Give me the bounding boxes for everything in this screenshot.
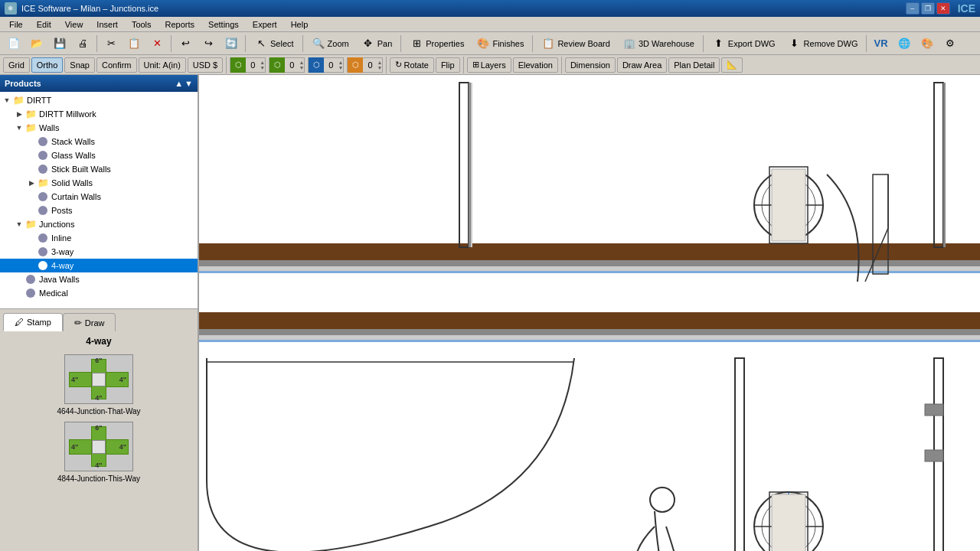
restore-button[interactable]: ❐ [921,2,935,15]
tree-node-junctions[interactable]: ▼ 📁 Junctions [0,217,198,231]
tree-node-curtain-walls[interactable]: · Curtain Walls [0,190,198,204]
menu-help[interactable]: Help [285,18,315,31]
sep3 [245,35,246,52]
finishes-button[interactable]: 🎨 Finishes [471,34,529,53]
junction-tile-2[interactable]: 6" 4" 4" 4" 4844-Junction-This-Way [57,422,140,483]
tree-node-stack-walls[interactable]: · Stack Walls [0,135,198,148]
expand-dirtt[interactable]: ▼ [2,95,12,106]
measure-button[interactable]: 📐 [721,57,743,73]
dimension-button[interactable]: Dimension [565,57,616,73]
settings-button[interactable]: ⚙ [939,34,961,53]
counter-blue-val: 0 [324,60,338,70]
tab-stamp[interactable]: 🖊 Stamp [3,313,63,331]
menubar: File Edit View Insert Tools Reports Sett… [0,17,980,32]
tree-node-3way[interactable]: · 3-way [0,245,198,259]
tree-area[interactable]: ▼ 📁 DIRTT ▶ 📁 DIRTT Millwork ▼ 📁 Walls [0,92,198,308]
pan-button[interactable]: ✥ Pan [356,34,398,53]
review-board-button[interactable]: 📋 Review Board [536,34,615,53]
menu-view[interactable]: View [59,18,90,31]
counter-blue-arrows[interactable]: ▲▼ [338,60,343,70]
layers-button[interactable]: ⊞ Layers [467,57,511,73]
rotate-button[interactable]: ↻ Rotate [390,57,433,73]
review-board-icon: 📋 [541,37,555,51]
tree-node-java-walls[interactable]: · Java Walls [0,272,198,286]
tree-node-medical[interactable]: · Medical [0,286,198,300]
tree-node-4way[interactable]: · 4-way [0,259,198,272]
menu-insert[interactable]: Insert [90,18,124,31]
cut-button[interactable]: ✂ [100,34,122,53]
sep8 [866,35,867,52]
tree-scroll-up[interactable]: ▲ [175,79,183,88]
counter-green2-val: 0 [285,60,299,70]
elevation-button[interactable]: Elevation [513,57,558,73]
expand-walls[interactable]: ▼ [14,122,24,133]
expand-solid-walls[interactable]: ▶ [26,178,37,188]
unit-button[interactable]: Unit: A(in) [139,57,186,73]
tree-node-dirtt[interactable]: ▼ 📁 DIRTT [0,93,198,107]
plan-detail-button[interactable]: Plan Detail [668,57,720,73]
undo-button[interactable]: ↩ [175,34,196,53]
remove-dwg-button[interactable]: ⬇ Remove DWG [782,34,864,53]
draw-area-button[interactable]: Draw Area [617,57,667,73]
counter-green2-arrows[interactable]: ▲▼ [299,60,304,70]
tree-node-stick-built-walls[interactable]: · Stick Built Walls [0,162,198,176]
open-button[interactable]: 📂 [26,34,47,53]
tree-node-walls[interactable]: ▼ 📁 Walls [0,121,198,135]
expand-dirtt-millwork[interactable]: ▶ [14,109,24,119]
finishes-icon: 🎨 [476,37,490,51]
label-java-walls: Java Walls [39,275,80,284]
properties-button[interactable]: ⊞ Properties [404,34,469,53]
flip-button[interactable]: Flip [436,57,460,73]
menu-file[interactable]: File [3,18,29,31]
globe-button[interactable]: 🌐 [893,34,915,53]
delete-button[interactable]: ✕ [146,34,168,53]
menu-settings[interactable]: Settings [202,18,245,31]
menu-edit[interactable]: Edit [31,18,57,31]
svg-rect-7 [199,335,980,340]
canvas-area[interactable]: 171' - 1 3/8", 36' - 10 3/4" [199,75,980,551]
tree-node-solid-walls[interactable]: ▶ 📁 Solid Walls [0,176,198,190]
ortho-button[interactable]: Ortho [31,57,64,73]
tree-node-glass-walls[interactable]: · Glass Walls [0,148,198,162]
confirm-button[interactable]: Confirm [96,57,137,73]
grid-button[interactable]: Grid [3,57,30,73]
menu-reports[interactable]: Reports [159,18,201,31]
titlebar: ❄ ICE Software – Milan – Junctions.ice –… [0,0,980,17]
zoom-button[interactable]: 🔍 Zoom [306,34,354,53]
3d-warehouse-button[interactable]: 🏢 3D Warehouse [617,34,700,53]
usd-button[interactable]: USD $ [188,57,223,73]
counter-blue-icon: ⬡ [309,57,324,73]
close-button[interactable]: ✕ [936,2,950,15]
svg-rect-2 [199,260,980,266]
print-button[interactable]: 🖨 [72,34,93,53]
label-dirtt: DIRTT [27,96,51,105]
snap-button[interactable]: Snap [64,57,95,73]
sep-tb2-4 [561,57,562,73]
save-button[interactable]: 💾 [49,34,70,53]
expand-glass-walls: · [26,150,37,161]
redo-button[interactable]: ↪ [198,34,219,53]
new-button[interactable]: 📄 [3,34,24,53]
palette-button[interactable]: 🎨 [916,34,938,53]
expand-junctions[interactable]: ▼ [14,219,24,230]
copy-button[interactable]: 📋 [123,34,145,53]
minimize-button[interactable]: – [906,2,920,15]
select-button[interactable]: ↖ Select [249,34,299,53]
redo2-button[interactable]: 🔄 [220,34,242,53]
tree-node-dirtt-millwork[interactable]: ▶ 📁 DIRTT Millwork [0,107,198,121]
tree-scroll-down[interactable]: ▼ [185,79,193,88]
vr-button[interactable]: VR [870,34,891,53]
junction-tile-1[interactable]: 6" 4" 4" 4" 4644-Junction-That-Way [57,354,140,416]
menu-expert[interactable]: Expert [247,18,283,31]
cross-label-t-2: 6" [95,424,102,432]
app-title: ICE Software – Milan – Junctions.ice [21,4,158,13]
tree-node-inline[interactable]: · Inline [0,231,198,245]
menu-tools[interactable]: Tools [126,18,158,31]
export-dwg-button[interactable]: ⬆ Export DWG [707,34,781,53]
tree-node-posts[interactable]: · Posts [0,204,198,217]
print-icon: 🖨 [76,37,90,51]
tab-draw[interactable]: ✏ Draw [63,313,116,331]
counter-orange-arrows[interactable]: ▲▼ [377,60,383,70]
tree-header: Products ▲ ▼ [0,75,198,92]
counter-green1-arrows[interactable]: ▲▼ [260,60,265,70]
